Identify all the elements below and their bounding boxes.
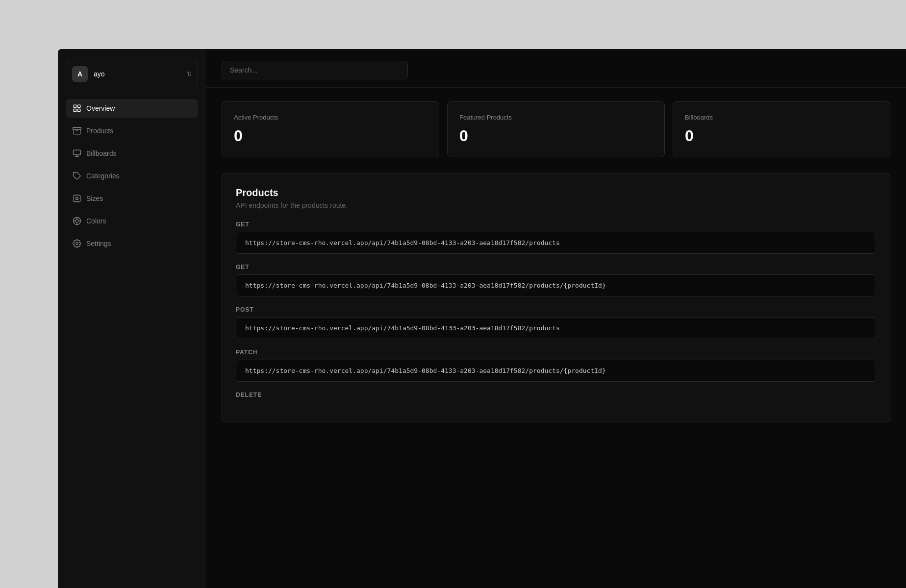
stat-value-billboards: 0 — [685, 127, 878, 145]
endpoint-url-3[interactable]: https://store-cms-rho.vercel.app/api/74b… — [236, 360, 876, 382]
sidebar-item-label-settings: Settings — [86, 240, 111, 247]
svg-rect-10 — [74, 195, 80, 202]
palette-icon — [73, 217, 81, 225]
chevron-updown-icon: ⇅ — [187, 71, 192, 77]
method-label-4: DELETE — [236, 392, 876, 398]
search-input[interactable] — [222, 61, 408, 79]
store-selector[interactable]: A ayo ⇅ — [66, 61, 198, 87]
endpoint-block-3: PATCH https://store-cms-rho.vercel.app/a… — [236, 349, 876, 382]
method-label-3: PATCH — [236, 349, 876, 356]
sidebar-item-label-categories: Categories — [86, 172, 120, 180]
store-avatar: A — [72, 66, 88, 82]
main-content: Active Products 0 Featured Products 0 Bi… — [206, 49, 906, 588]
method-label-1: GET — [236, 264, 876, 270]
content-area: Active Products 0 Featured Products 0 Bi… — [206, 88, 906, 436]
stat-card-billboards: Billboards 0 — [673, 101, 890, 157]
sidebar-item-settings[interactable]: Settings — [66, 234, 198, 253]
sidebar: A ayo ⇅ Overview — [58, 49, 206, 588]
api-section: Products API endpoints for the products … — [222, 173, 890, 422]
stat-value-featured-products: 0 — [459, 127, 653, 145]
svg-point-12 — [76, 220, 78, 222]
top-bar — [206, 49, 906, 88]
sidebar-item-categories[interactable]: Categories — [66, 167, 198, 185]
sidebar-item-colors[interactable]: Colors — [66, 212, 198, 230]
stat-label-billboards: Billboards — [685, 114, 878, 121]
svg-rect-2 — [74, 109, 76, 112]
tag-icon — [73, 172, 81, 180]
stat-label-featured-products: Featured Products — [459, 114, 653, 121]
endpoint-url-1[interactable]: https://store-cms-rho.vercel.app/api/74b… — [236, 274, 876, 296]
stat-label-active-products: Active Products — [234, 114, 427, 121]
gear-icon — [73, 239, 81, 248]
method-label-0: GET — [236, 221, 876, 228]
endpoint-url-0[interactable]: https://store-cms-rho.vercel.app/api/74b… — [236, 232, 876, 254]
size-icon — [73, 194, 81, 203]
svg-rect-1 — [78, 105, 80, 107]
svg-rect-6 — [74, 150, 81, 155]
svg-rect-0 — [74, 105, 76, 107]
sidebar-item-label-products: Products — [86, 127, 113, 135]
endpoint-block-0: GET https://store-cms-rho.vercel.app/api… — [236, 221, 876, 254]
endpoint-block-4: DELETE — [236, 392, 876, 398]
endpoint-url-2[interactable]: https://store-cms-rho.vercel.app/api/74b… — [236, 317, 876, 339]
sidebar-item-label-overview: Overview — [86, 104, 115, 112]
stats-row: Active Products 0 Featured Products 0 Bi… — [222, 101, 890, 157]
sidebar-item-label-billboards: Billboards — [86, 149, 116, 157]
sidebar-item-label-colors: Colors — [86, 217, 106, 225]
stat-card-active-products: Active Products 0 — [222, 101, 439, 157]
package-icon — [73, 126, 81, 135]
stat-value-active-products: 0 — [234, 127, 427, 145]
endpoint-block-1: GET https://store-cms-rho.vercel.app/api… — [236, 264, 876, 296]
method-label-2: POST — [236, 306, 876, 313]
section-description: API endpoints for the products route. — [236, 201, 876, 209]
svg-point-17 — [76, 243, 78, 245]
svg-rect-4 — [73, 127, 81, 129]
sidebar-item-sizes[interactable]: Sizes — [66, 189, 198, 208]
sidebar-item-billboards[interactable]: Billboards — [66, 144, 198, 163]
billboard-icon — [73, 149, 81, 158]
sidebar-item-label-sizes: Sizes — [86, 195, 103, 202]
svg-rect-3 — [78, 109, 80, 112]
endpoint-block-2: POST https://store-cms-rho.vercel.app/ap… — [236, 306, 876, 339]
sidebar-item-products[interactable]: Products — [66, 122, 198, 140]
section-title: Products — [236, 187, 876, 198]
stat-card-featured-products: Featured Products 0 — [447, 101, 665, 157]
grid-icon — [73, 104, 81, 113]
app-window: A ayo ⇅ Overview — [58, 49, 906, 588]
store-name: ayo — [94, 70, 181, 78]
sidebar-item-overview[interactable]: Overview — [66, 99, 198, 118]
